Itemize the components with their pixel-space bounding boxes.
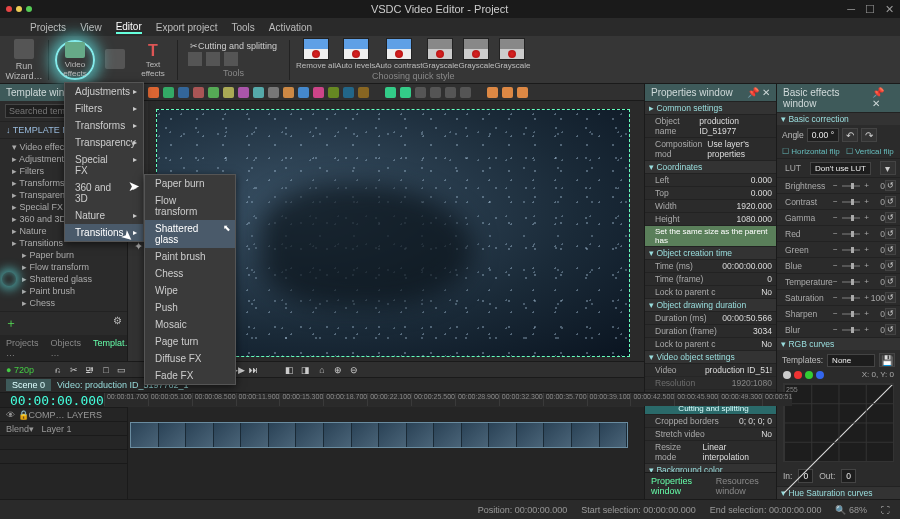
save-icon[interactable]: 💾	[879, 353, 895, 367]
tool-icon[interactable]	[253, 87, 264, 98]
pin-icon[interactable]: 📌 ✕	[872, 87, 894, 109]
pin-icon[interactable]: 📌 ✕	[747, 87, 770, 98]
section-common[interactable]: ▸ Common settings	[645, 101, 776, 114]
same-size-button[interactable]: Set the same size as the parent has	[645, 225, 776, 246]
reset-icon[interactable]: ↺	[885, 244, 896, 255]
tool-icon[interactable]	[178, 87, 189, 98]
tool-icon[interactable]	[460, 87, 471, 98]
reset-icon[interactable]: ↺	[885, 324, 896, 335]
style-grayscale2[interactable]: Grayscale	[458, 38, 494, 70]
tool-icon[interactable]: ⊖	[348, 364, 360, 376]
gear-icon[interactable]: ⚙	[113, 315, 122, 332]
cutsplit-label[interactable]: ✂Cutting and splitting	[184, 41, 283, 51]
res-indicator[interactable]: ● 720p	[6, 365, 34, 375]
reset-icon[interactable]: ↺	[885, 228, 896, 239]
slider[interactable]	[842, 185, 861, 187]
section-rgb[interactable]: ▾ RGB curves	[777, 337, 900, 350]
text-effects-button[interactable]: TText effects	[135, 38, 171, 82]
menu-item[interactable]: Push	[145, 299, 235, 316]
menu-item[interactable]: Paper burn	[145, 175, 235, 192]
rgb-dot-all[interactable]	[783, 371, 791, 379]
tool-icon[interactable]: ◧	[284, 364, 296, 376]
minimize-icon[interactable]: ─	[847, 3, 855, 16]
style-remove-all[interactable]: Remove all	[296, 38, 336, 70]
slider[interactable]	[842, 329, 861, 331]
menu-item[interactable]: Diffuse FX	[145, 350, 235, 367]
reset-icon[interactable]: ↺	[885, 292, 896, 303]
tool-icon[interactable]	[188, 52, 202, 66]
menu-item[interactable]: Flow transform	[145, 192, 235, 220]
slider[interactable]	[842, 201, 861, 203]
menu-item[interactable]: Transforms▸	[65, 117, 143, 134]
tool-icon[interactable]	[358, 87, 369, 98]
tool-icon[interactable]: ⎌	[52, 364, 64, 376]
tool-icon[interactable]	[298, 87, 309, 98]
tree-item[interactable]: ▸ Flow transform	[4, 261, 127, 273]
video-effects-button[interactable]: Video effects	[55, 40, 95, 80]
slider[interactable]	[842, 217, 861, 219]
style-auto-contrast[interactable]: Auto contrast	[375, 38, 422, 70]
curves-editor[interactable]: 255	[783, 383, 894, 462]
menu-item[interactable]: Transparency▸	[65, 134, 143, 151]
reset-icon[interactable]: ↺	[885, 260, 896, 271]
menu-tools[interactable]: Tools	[231, 22, 254, 33]
tool-icon[interactable]: ⊕	[332, 364, 344, 376]
angle-input[interactable]: 0.00 °	[807, 128, 839, 142]
section-creation[interactable]: ▾ Object creation time	[645, 246, 776, 259]
maximize-icon[interactable]: ☐	[865, 3, 875, 16]
tool-icon[interactable]	[487, 87, 498, 98]
tool-icon[interactable]: ✂	[68, 364, 80, 376]
tool-icon[interactable]: □	[100, 364, 112, 376]
tool-icon[interactable]	[268, 87, 279, 98]
tool-icon[interactable]: 🖳	[84, 364, 96, 376]
section-bgcolor[interactable]: ▾ Background color	[645, 463, 776, 472]
menu-item[interactable]: Fade FX	[145, 367, 235, 384]
tool-icon[interactable]	[517, 87, 528, 98]
section-drawdur[interactable]: ▾ Object drawing duration	[645, 298, 776, 311]
tab-projects[interactable]: Projects …	[0, 335, 45, 361]
expand-icon[interactable]: ⛶	[881, 505, 890, 515]
add-button[interactable]: ＋	[5, 315, 17, 332]
tool-icon[interactable]	[206, 52, 220, 66]
menu-item[interactable]: Mosaic	[145, 316, 235, 333]
audio-effects-button[interactable]	[97, 38, 133, 82]
slider[interactable]	[842, 313, 861, 315]
tool-icon[interactable]	[193, 87, 204, 98]
tool-icon[interactable]	[223, 87, 234, 98]
style-grayscale3[interactable]: Grayscale	[494, 38, 530, 70]
tree-item[interactable]: ▸ Shattered glass	[4, 273, 127, 285]
tree-item[interactable]: ▸ Paper burn	[4, 249, 127, 261]
menu-activation[interactable]: Activation	[269, 22, 312, 33]
lut-browse[interactable]: ▾	[880, 161, 896, 175]
menu-item[interactable]: Page turn	[145, 333, 235, 350]
rotate-ccw-icon[interactable]: ↶	[842, 128, 858, 142]
menu-item[interactable]: Paint brush	[145, 248, 235, 265]
style-auto-levels[interactable]: Auto levels	[336, 38, 375, 70]
menu-item[interactable]: Shattered glass⬉	[145, 220, 235, 248]
tool-icon[interactable]	[283, 87, 294, 98]
menu-item[interactable]: Adjustments▸	[65, 83, 143, 100]
timeline-ruler[interactable]: 00:00:01.70000:00:05.10000:00:08.50000:0…	[104, 392, 792, 406]
scene-tab[interactable]: Scene 0	[6, 379, 51, 391]
lut-select[interactable]: Don't use LUT	[810, 162, 871, 175]
slider[interactable]	[842, 281, 861, 283]
tab-properties[interactable]: Properties window	[645, 473, 710, 499]
tree-item[interactable]: ▸ Paint brush	[4, 285, 127, 297]
run-wizard-button[interactable]: Run Wizard…	[6, 38, 42, 82]
rgb-dot-b[interactable]	[816, 371, 824, 379]
tool-icon[interactable]	[415, 87, 426, 98]
slider[interactable]	[842, 233, 861, 235]
style-grayscale[interactable]: Grayscale	[422, 38, 458, 70]
rgb-dot-g[interactable]	[805, 371, 813, 379]
menu-view[interactable]: View	[80, 22, 102, 33]
tool-icon[interactable]	[445, 87, 456, 98]
close-icon[interactable]: ✕	[885, 3, 894, 16]
menu-item[interactable]: Wipe	[145, 282, 235, 299]
redo-icon[interactable]	[400, 87, 411, 98]
tool-icon[interactable]	[224, 52, 238, 66]
tool-icon[interactable]	[208, 87, 219, 98]
section-basic-corr[interactable]: ▾ Basic correction	[777, 112, 900, 125]
slider[interactable]	[842, 265, 861, 267]
tool-icon[interactable]: ▭	[116, 364, 128, 376]
tool-icon[interactable]	[238, 87, 249, 98]
